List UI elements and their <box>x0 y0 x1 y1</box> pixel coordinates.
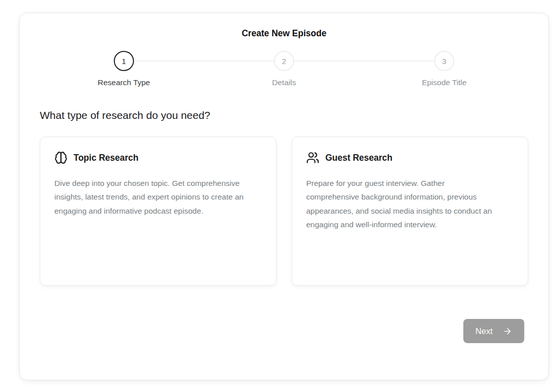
topic-research-card[interactable]: Topic Research Dive deep into your chose… <box>40 137 276 286</box>
step-1-circle[interactable]: 1 <box>114 51 134 71</box>
guest-research-card[interactable]: Guest Research Prepare for your guest in… <box>292 137 528 286</box>
topic-research-header: Topic Research <box>54 151 262 164</box>
dialog-footer: Next <box>40 319 528 343</box>
guest-research-description: Prepare for your guest interview. Gather… <box>306 176 498 231</box>
guest-research-title: Guest Research <box>325 153 392 163</box>
step-2-circle[interactable]: 2 <box>274 51 294 71</box>
brain-icon <box>54 151 67 164</box>
topic-research-title: Topic Research <box>74 153 138 163</box>
step-2-details[interactable]: 2 Details <box>204 51 364 87</box>
create-episode-dialog: Create New Episode 1 Research Type 2 Det… <box>19 13 549 380</box>
wizard-stepper: 1 Research Type 2 Details 3 Episode Titl… <box>44 51 524 87</box>
users-icon <box>306 151 319 164</box>
step-2-label: Details <box>272 78 296 87</box>
next-button[interactable]: Next <box>463 319 524 343</box>
step-1-research-type[interactable]: 1 Research Type <box>44 51 204 87</box>
step-3-circle[interactable]: 3 <box>434 51 454 71</box>
topic-research-description: Dive deep into your chosen topic. Get co… <box>54 176 246 218</box>
next-button-label: Next <box>475 326 493 336</box>
arrow-right-icon <box>503 326 512 336</box>
step-3-label: Episode Title <box>422 78 467 87</box>
guest-research-header: Guest Research <box>306 151 514 164</box>
step-1-label: Research Type <box>98 78 150 87</box>
step-3-episode-title[interactable]: 3 Episode Title <box>364 51 524 87</box>
dialog-title: Create New Episode <box>40 28 528 39</box>
research-type-question: What type of research do you need? <box>40 109 528 121</box>
research-options: Topic Research Dive deep into your chose… <box>40 137 528 286</box>
